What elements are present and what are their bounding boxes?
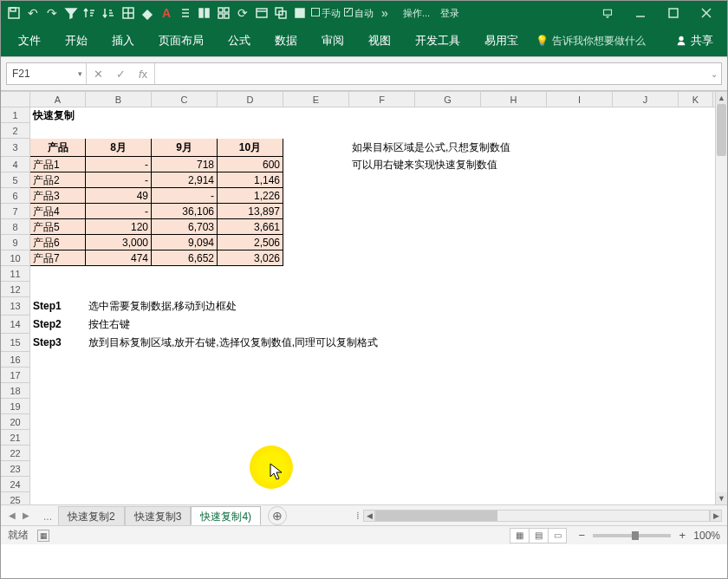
table-icon[interactable]	[254, 5, 270, 21]
login-button[interactable]: 登录	[440, 7, 459, 20]
close-button[interactable]	[691, 3, 722, 23]
row-header[interactable]: 24	[1, 477, 29, 492]
row-header[interactable]: 22	[1, 446, 29, 461]
operations-menu[interactable]: 操作...	[403, 7, 430, 20]
col-header[interactable]: G	[415, 92, 481, 107]
sort-desc-icon[interactable]	[101, 5, 117, 21]
table-cell[interactable]: 600	[218, 157, 283, 172]
col-header[interactable]: H	[481, 92, 547, 107]
auto-toggle[interactable]: 自动	[344, 7, 374, 20]
col-header[interactable]: J	[613, 92, 679, 107]
row-header[interactable]: 1	[1, 107, 29, 123]
page-break-button[interactable]: ▭	[548, 528, 567, 543]
col-header[interactable]: B	[86, 92, 152, 107]
table-cell[interactable]: 1,146	[218, 172, 283, 188]
macro-record-icon[interactable]: ▦	[37, 530, 49, 542]
step-label[interactable]: Step1	[30, 297, 86, 316]
table-cell[interactable]: 474	[86, 250, 152, 266]
save-icon[interactable]	[6, 5, 22, 21]
row-header[interactable]: 7	[1, 204, 29, 219]
formula-input[interactable]: ⌄	[155, 63, 721, 84]
scroll-left-icon[interactable]: ◀	[363, 510, 375, 522]
more-icon[interactable]: »	[377, 5, 393, 21]
stop-icon[interactable]	[292, 5, 308, 21]
row-header[interactable]: 8	[1, 219, 29, 235]
font-color-icon[interactable]: A	[159, 5, 174, 21]
filter-icon[interactable]	[63, 5, 79, 21]
enter-formula-button[interactable]: ✓	[109, 68, 132, 81]
col-header[interactable]: F	[349, 92, 415, 107]
table-cell[interactable]: 产品7	[30, 250, 86, 266]
row-header[interactable]: 12	[1, 282, 29, 297]
step-text[interactable]: 放到目标复制区域,放开右键,选择仅复制数值,同理可以复制格式	[86, 334, 606, 352]
scroll-thumb[interactable]	[376, 511, 497, 521]
zoom-slider[interactable]	[593, 534, 671, 537]
row-header[interactable]: 4	[1, 157, 29, 172]
row-header[interactable]: 21	[1, 430, 29, 446]
row-header[interactable]: 2	[1, 123, 29, 139]
table-cell[interactable]: 9,094	[152, 235, 218, 250]
table-cell[interactable]: 6,703	[152, 219, 218, 235]
table-cell[interactable]: 3,026	[218, 250, 283, 266]
table-cell[interactable]: 产品5	[30, 219, 86, 235]
add-sheet-button[interactable]: ⊕	[268, 506, 287, 525]
window-icon[interactable]	[273, 5, 289, 21]
select-all-corner[interactable]	[1, 92, 30, 107]
zoom-out-button[interactable]: −	[575, 529, 588, 542]
table-cell[interactable]: 120	[86, 219, 152, 235]
table-cell[interactable]: -	[86, 204, 152, 219]
tab-insert[interactable]: 插入	[100, 25, 146, 56]
row-header[interactable]: 25	[1, 492, 29, 504]
cancel-formula-button[interactable]: ✕	[87, 68, 109, 81]
step-label[interactable]: Step2	[30, 316, 86, 334]
table-cell[interactable]: 3,000	[86, 235, 152, 250]
zoom-percent[interactable]: 100%	[693, 530, 720, 542]
table-header[interactable]: 产品	[30, 139, 86, 157]
sheet-tab-active[interactable]: 快速复制4)	[191, 506, 261, 525]
sheet-tab[interactable]: 快速复制2	[58, 506, 125, 525]
minimize-button[interactable]	[625, 3, 656, 23]
row-header[interactable]: 13	[1, 297, 29, 316]
tab-eyb[interactable]: 易用宝	[472, 25, 530, 56]
row-header[interactable]: 15	[1, 334, 29, 352]
borders-icon[interactable]	[120, 5, 136, 21]
cell-note[interactable]: 可以用右键来实现快速复制数值	[349, 157, 679, 172]
table-cell[interactable]: -	[152, 188, 218, 204]
scroll-right-icon[interactable]: ▶	[710, 510, 722, 522]
table-cell[interactable]: 3,661	[218, 219, 283, 235]
tab-formulas[interactable]: 公式	[216, 25, 263, 56]
tab-pagelayout[interactable]: 页面布局	[146, 25, 216, 56]
table-cell[interactable]: 2,506	[218, 235, 283, 250]
name-box[interactable]: F21 ▾	[7, 63, 87, 84]
scroll-thumb[interactable]	[717, 104, 726, 156]
sheet-nav-prev-icon[interactable]: ◀	[6, 511, 18, 520]
col-header[interactable]: I	[547, 92, 613, 107]
undo-icon[interactable]: ↶	[25, 5, 41, 21]
scroll-track[interactable]	[375, 510, 710, 522]
sheet-tab[interactable]: 快速复制3	[125, 506, 192, 525]
chevron-down-icon[interactable]: ▾	[78, 69, 82, 78]
fill-color-icon[interactable]	[140, 5, 155, 21]
table-cell[interactable]: 6,652	[152, 250, 218, 266]
table-cell[interactable]: 产品3	[30, 188, 86, 204]
row-header[interactable]: 23	[1, 461, 29, 477]
table-header[interactable]: 10月	[218, 139, 283, 157]
tell-me-search[interactable]: 💡 告诉我你想要做什么	[536, 34, 646, 49]
normal-view-button[interactable]: ▦	[510, 528, 529, 543]
row-header[interactable]: 17	[1, 368, 29, 383]
tab-file[interactable]: 文件	[6, 25, 53, 56]
row-header[interactable]: 9	[1, 235, 29, 250]
sheet-nav-next-icon[interactable]: ▶	[20, 511, 32, 520]
step-text[interactable]: 按住右键	[86, 316, 606, 334]
row-header[interactable]: 5	[1, 172, 29, 188]
worksheet-grid[interactable]: A B C D E F G H I J K 123456789101112131…	[1, 91, 727, 504]
table-cell[interactable]: 产品4	[30, 204, 86, 219]
row-header[interactable]: 11	[1, 266, 29, 282]
step-text[interactable]: 选中需要复制数据,移动到边框处	[86, 297, 606, 316]
table-cell[interactable]: 产品6	[30, 235, 86, 250]
redo-icon[interactable]: ↷	[44, 5, 60, 21]
table-header[interactable]: 8月	[86, 139, 152, 157]
tab-data[interactable]: 数据	[263, 25, 309, 56]
vertical-scrollbar[interactable]: ▲ ▼	[715, 92, 727, 504]
fx-button[interactable]: fx	[132, 68, 154, 81]
